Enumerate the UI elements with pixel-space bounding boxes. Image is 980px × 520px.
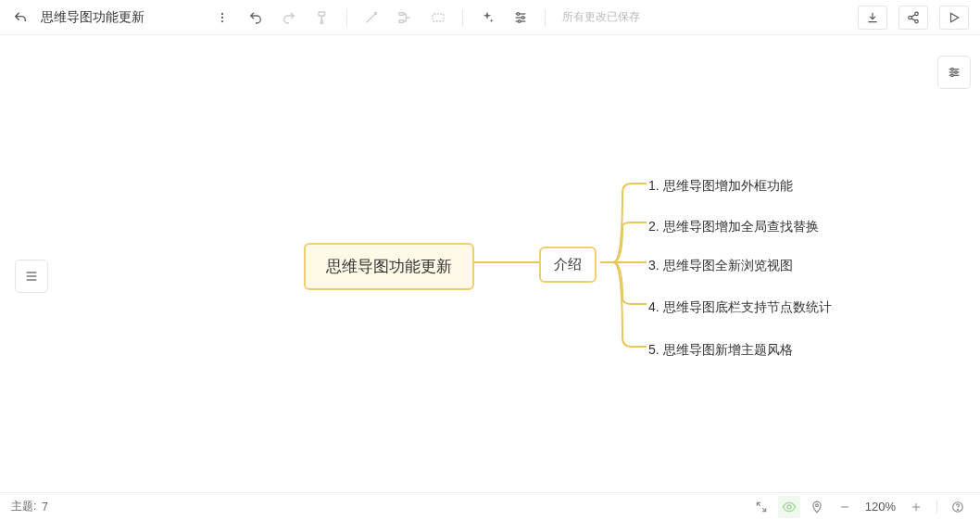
svg-point-13 — [915, 12, 919, 15]
topic-count-value: 7 — [42, 501, 48, 514]
svg-point-27 — [951, 74, 954, 77]
topic-count-label: 主题: — [11, 499, 36, 514]
read-mode-icon[interactable] — [778, 496, 800, 518]
status-bar: 主题: 7 120% — [0, 492, 980, 520]
svg-rect-5 — [399, 19, 404, 22]
svg-point-2 — [221, 19, 223, 21]
more-menu-icon[interactable] — [209, 5, 235, 31]
back-icon[interactable] — [11, 8, 30, 27]
share-button[interactable] — [898, 6, 928, 30]
zoom-in-button[interactable] — [905, 496, 927, 518]
document-title-input[interactable] — [37, 8, 167, 27]
redo-icon[interactable] — [276, 5, 302, 31]
svg-point-35 — [958, 509, 959, 510]
svg-rect-3 — [319, 12, 325, 16]
present-button[interactable] — [939, 6, 969, 30]
undo-icon[interactable] — [243, 5, 269, 31]
svg-point-12 — [518, 19, 521, 22]
mindmap-leaf-node[interactable]: 2. 思维导图增加全局查找替换 — [643, 215, 824, 239]
svg-point-30 — [815, 503, 818, 506]
mindmap-root-node[interactable]: 思维导图功能更新 — [304, 243, 474, 290]
svg-point-11 — [521, 16, 524, 19]
mindmap-leaf-node[interactable]: 3. 思维导图全新浏览视图 — [643, 254, 798, 278]
svg-point-26 — [955, 71, 958, 74]
svg-marker-18 — [951, 13, 959, 21]
mindmap-leaf-node[interactable]: 4. 思维导图底栏支持节点数统计 — [643, 296, 837, 320]
fit-screen-icon[interactable] — [750, 496, 773, 518]
svg-point-25 — [951, 68, 954, 70]
outline-toggle-button[interactable] — [15, 260, 48, 293]
mindmap-leaf-node[interactable]: 5. 思维导图新增主题风格 — [643, 338, 798, 362]
top-toolbar: 所有更改已保存 — [0, 0, 980, 35]
svg-rect-4 — [399, 12, 404, 15]
style-sliders-icon[interactable] — [508, 5, 534, 31]
svg-point-29 — [787, 505, 791, 509]
mindmap-canvas[interactable]: 思维导图功能更新 介绍 1. 思维导图增加外框功能 2. 思维导图增加全局查找替… — [0, 35, 980, 492]
ai-sparkle-icon[interactable] — [474, 5, 500, 31]
svg-line-16 — [911, 14, 915, 16]
save-status-text: 所有更改已保存 — [562, 9, 640, 25]
svg-point-10 — [517, 12, 520, 15]
svg-point-15 — [915, 19, 919, 23]
panel-settings-button[interactable] — [937, 56, 971, 89]
insert-relation-icon[interactable] — [358, 5, 384, 31]
locate-center-icon[interactable] — [806, 496, 828, 518]
download-button[interactable] — [858, 6, 887, 30]
svg-rect-6 — [433, 14, 444, 21]
mindmap-child-node[interactable]: 介绍 — [539, 247, 597, 283]
insert-summary-icon[interactable] — [392, 5, 418, 31]
help-icon[interactable] — [947, 496, 969, 518]
svg-line-17 — [911, 18, 915, 19]
mindmap-leaf-node[interactable]: 1. 思维导图增加外框功能 — [643, 174, 798, 198]
insert-boundary-icon[interactable] — [425, 5, 451, 31]
zoom-level-text: 120% — [861, 500, 899, 514]
svg-point-0 — [221, 12, 223, 14]
svg-point-1 — [221, 16, 223, 18]
format-painter-icon[interactable] — [309, 5, 335, 31]
svg-point-14 — [909, 16, 912, 19]
zoom-out-button[interactable] — [834, 496, 856, 518]
